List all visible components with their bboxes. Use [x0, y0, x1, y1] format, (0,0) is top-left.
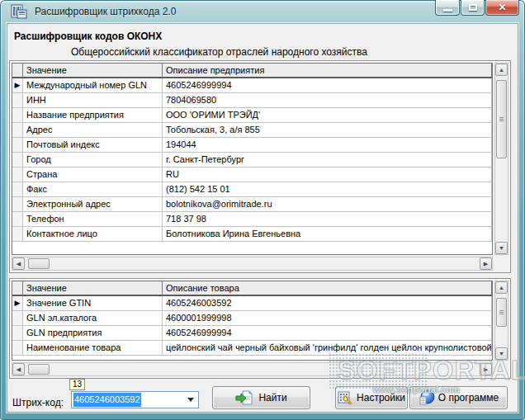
- table-row[interactable]: Факс(812) 542 15 01: [12, 182, 492, 197]
- row-selector-cell[interactable]: [12, 138, 23, 153]
- grid-cell-label[interactable]: Факс: [23, 182, 163, 197]
- grid-cell-label[interactable]: Электронный адрес: [23, 197, 163, 212]
- about-button[interactable]: О программе: [409, 386, 508, 409]
- row-selector-cell[interactable]: [12, 182, 23, 197]
- grid-cell-value[interactable]: ООО 'ОРИМИ ТРЭЙД': [163, 108, 492, 123]
- row-selector-cell[interactable]: [12, 123, 23, 138]
- column-header-description[interactable]: Описание предприятия: [163, 64, 492, 78]
- grid-cell-label[interactable]: ИНН: [23, 93, 163, 108]
- grid-cell-value[interactable]: 4605246999994: [163, 78, 492, 93]
- table-row[interactable]: ▶Международный номер GLN4605246999994: [12, 78, 492, 93]
- row-selector-cell[interactable]: [12, 311, 23, 326]
- grid-cell-value[interactable]: RU: [163, 168, 492, 182]
- scroll-down-icon[interactable]: ▼: [495, 347, 508, 360]
- grid-cell-label[interactable]: Контактное лицо: [23, 227, 163, 242]
- row-selector-cell[interactable]: [12, 227, 23, 242]
- minimize-button[interactable]: [435, 0, 460, 16]
- grid-cell-label[interactable]: Страна: [23, 168, 163, 182]
- scroll-left-icon[interactable]: ◀: [12, 257, 25, 270]
- grid-cell-label[interactable]: Наименование товара: [23, 341, 163, 356]
- grid-cell-label[interactable]: Название предприятия: [23, 108, 163, 123]
- minimize-icon: [443, 9, 452, 12]
- about-button-label: О программе: [438, 392, 499, 403]
- scroll-up-icon[interactable]: ▲: [495, 281, 508, 294]
- application-window: Расшифровщик штрихкода 2.0 ✕ Расшифровщи…: [0, 0, 525, 420]
- grid-cell-value[interactable]: Болотникова Ирина Евгеньевна: [163, 227, 492, 242]
- table-row[interactable]: GLN предприятия4605246999994: [12, 326, 492, 341]
- grid-cell-value[interactable]: 4600001999998: [163, 311, 492, 326]
- barcode-value[interactable]: 4605246003592: [73, 393, 141, 407]
- table-row[interactable]: АдресТобольская, 3, а/я 855: [12, 123, 492, 138]
- grid-cell-label[interactable]: GLN предприятия: [23, 326, 163, 341]
- product-vertical-scrollbar[interactable]: ▲ ▼: [494, 281, 508, 361]
- grid-cell-value[interactable]: Тобольская, 3, а/я 855: [163, 123, 492, 138]
- row-selector-cell[interactable]: ▶: [12, 296, 23, 311]
- table-row[interactable]: Наименование товарацейлонский чай черный…: [12, 341, 492, 356]
- scrollbar-thumb[interactable]: [496, 298, 507, 327]
- chevron-down-icon[interactable]: [187, 398, 194, 405]
- find-icon: [235, 389, 253, 406]
- grid-cell-label[interactable]: GLN эл.каталога: [23, 311, 163, 326]
- table-row[interactable]: GLN эл.каталога4600001999998: [12, 311, 492, 326]
- table-row[interactable]: Почтовый индекс194044: [12, 138, 492, 153]
- company-grid: ЗначениеОписание предприятия▶Международн…: [12, 63, 493, 255]
- grid-cell-value[interactable]: 4605246999994: [163, 326, 492, 341]
- maximize-button[interactable]: [461, 0, 485, 16]
- company-panel: ЗначениеОписание предприятия▶Международн…: [9, 60, 511, 273]
- page-title: Расшифровщик кодов ОКОНХ: [14, 31, 162, 42]
- grid-cell-value[interactable]: (812) 542 15 01: [163, 182, 492, 197]
- grid-cell-label[interactable]: Адрес: [23, 123, 163, 138]
- row-selector-cell[interactable]: [12, 197, 23, 212]
- scroll-down-icon[interactable]: ▼: [495, 242, 508, 254]
- title-bar[interactable]: Расшифровщик штрихкода 2.0 ✕: [0, 0, 525, 23]
- row-selector-cell[interactable]: [12, 168, 23, 182]
- grid-cell-label[interactable]: Город: [23, 153, 163, 168]
- grid-cell-label[interactable]: Значение GTIN: [23, 296, 163, 311]
- table-row[interactable]: ИНН7804069580: [12, 93, 492, 108]
- scroll-right-icon[interactable]: ▶: [480, 363, 492, 375]
- company-vertical-scrollbar[interactable]: ▲ ▼: [494, 63, 508, 255]
- row-selector-cell[interactable]: [12, 153, 23, 168]
- scrollbar-thumb[interactable]: [28, 258, 50, 269]
- grid-cell-label[interactable]: Почтовый индекс: [23, 138, 163, 153]
- grid-cell-label[interactable]: Международный номер GLN: [23, 78, 163, 93]
- settings-button[interactable]: Настройки: [335, 386, 408, 409]
- row-selector-cell[interactable]: [12, 93, 23, 108]
- close-button[interactable]: ✕: [485, 0, 519, 16]
- table-row[interactable]: Городг. Санкт-Петербург: [12, 153, 492, 168]
- column-header-description[interactable]: Описание товара: [163, 281, 492, 296]
- row-selector-cell[interactable]: ▶: [12, 78, 23, 93]
- row-selector-cell[interactable]: [12, 341, 23, 356]
- grid-cell-value[interactable]: 194044: [163, 138, 492, 153]
- row-selector-header: [12, 64, 23, 78]
- row-selector-cell[interactable]: [12, 108, 23, 123]
- table-row[interactable]: Телефон718 37 98: [12, 212, 492, 227]
- scroll-right-icon[interactable]: ▶: [480, 257, 492, 270]
- product-horizontal-scrollbar[interactable]: ◀ ▶: [12, 362, 493, 376]
- column-header-value[interactable]: Значение: [23, 281, 163, 296]
- row-selector-cell[interactable]: [12, 326, 23, 341]
- window-controls: ✕: [434, 0, 519, 16]
- row-selector-cell[interactable]: [12, 212, 23, 227]
- barcode-combobox[interactable]: 4605246003592: [71, 391, 199, 408]
- column-header-value[interactable]: Значение: [23, 64, 163, 78]
- grid-cell-value[interactable]: 4605246003592: [163, 296, 492, 311]
- grid-cell-value[interactable]: 718 37 98: [163, 212, 492, 227]
- grid-cell-value[interactable]: цейлонский чай черный байховый 'гринфилд…: [163, 341, 492, 356]
- grid-cell-label[interactable]: Телефон: [23, 212, 163, 227]
- grid-cell-value[interactable]: bolotnikova@orimitrade.ru: [163, 197, 492, 212]
- table-row[interactable]: Контактное лицоБолотникова Ирина Евгенье…: [12, 227, 492, 242]
- app-icon: [11, 4, 27, 19]
- find-button[interactable]: Найти: [212, 386, 310, 409]
- scrollbar-thumb[interactable]: [28, 364, 50, 375]
- scroll-left-icon[interactable]: ◀: [12, 363, 25, 375]
- scroll-up-icon[interactable]: ▲: [495, 64, 508, 76]
- company-horizontal-scrollbar[interactable]: ◀ ▶: [12, 257, 493, 271]
- grid-cell-value[interactable]: 7804069580: [163, 93, 492, 108]
- table-row[interactable]: ▶Значение GTIN4605246003592: [12, 296, 492, 311]
- grid-cell-value[interactable]: г. Санкт-Петербург: [163, 153, 492, 168]
- table-row[interactable]: Название предприятияООО 'ОРИМИ ТРЭЙД': [12, 108, 492, 123]
- scrollbar-thumb[interactable]: [496, 80, 507, 158]
- table-row[interactable]: СтранаRU: [12, 168, 492, 182]
- table-row[interactable]: Электронный адресbolotnikova@orimitrade.…: [12, 197, 492, 212]
